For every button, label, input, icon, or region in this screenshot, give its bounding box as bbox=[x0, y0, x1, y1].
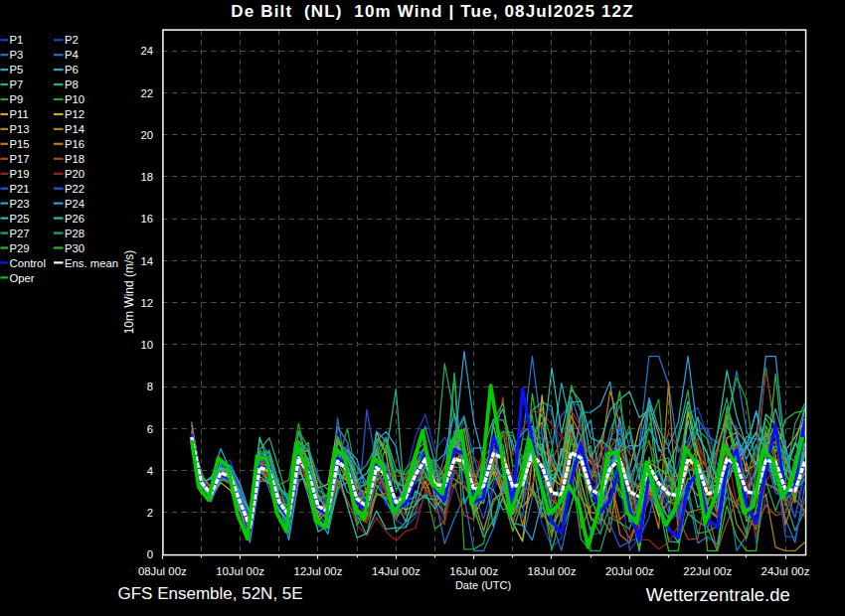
svg-text:P26: P26 bbox=[65, 213, 84, 225]
svg-text:22Jul 00z: 22Jul 00z bbox=[683, 565, 732, 577]
svg-text:Wetterzentrale.de: Wetterzentrale.de bbox=[646, 584, 790, 605]
svg-text:08Jul 00z: 08Jul 00z bbox=[138, 565, 187, 577]
svg-text:14: 14 bbox=[140, 255, 153, 267]
svg-text:22: 22 bbox=[140, 87, 153, 99]
svg-text:10m Wind (m/s): 10m Wind (m/s) bbox=[122, 250, 136, 335]
svg-text:10Jul 00z: 10Jul 00z bbox=[216, 565, 264, 577]
svg-text:4: 4 bbox=[147, 465, 153, 477]
svg-text:P13: P13 bbox=[10, 123, 30, 135]
svg-text:16: 16 bbox=[140, 213, 153, 225]
svg-text:P2: P2 bbox=[65, 34, 79, 46]
svg-text:P19: P19 bbox=[10, 168, 30, 180]
svg-text:P29: P29 bbox=[10, 242, 30, 254]
svg-text:2: 2 bbox=[147, 507, 153, 519]
svg-text:P28: P28 bbox=[65, 228, 84, 239]
svg-text:P4: P4 bbox=[65, 49, 79, 61]
svg-text:12: 12 bbox=[140, 297, 153, 309]
svg-text:P10: P10 bbox=[65, 93, 84, 105]
svg-text:P17: P17 bbox=[10, 153, 30, 165]
svg-text:P7: P7 bbox=[10, 78, 24, 90]
svg-text:P3: P3 bbox=[10, 49, 24, 61]
svg-text:P21: P21 bbox=[10, 183, 30, 195]
svg-text:GFS Ensemble, 52N, 5E: GFS Ensemble, 52N, 5E bbox=[118, 584, 303, 603]
svg-text:De Bilt (NL) 10m Wind | Tue,: De Bilt (NL) 10m Wind | Tue, 08Jul2025 1… bbox=[231, 2, 633, 21]
svg-text:P23: P23 bbox=[10, 198, 30, 210]
svg-text:P12: P12 bbox=[65, 108, 84, 120]
svg-text:P11: P11 bbox=[10, 108, 29, 120]
svg-text:Control: Control bbox=[10, 257, 46, 269]
svg-text:20Jul 00z: 20Jul 00z bbox=[605, 565, 654, 577]
svg-text:10: 10 bbox=[140, 339, 153, 351]
svg-text:P9: P9 bbox=[10, 93, 24, 105]
svg-text:P20: P20 bbox=[65, 168, 84, 180]
svg-text:P5: P5 bbox=[10, 64, 24, 76]
svg-text:8: 8 bbox=[147, 381, 153, 392]
svg-text:24: 24 bbox=[140, 45, 153, 57]
svg-text:16Jul 00z: 16Jul 00z bbox=[449, 565, 498, 577]
svg-text:14Jul 00z: 14Jul 00z bbox=[372, 565, 421, 577]
svg-text:20: 20 bbox=[140, 129, 153, 141]
svg-text:24Jul 00z: 24Jul 00z bbox=[761, 565, 810, 577]
svg-text:18: 18 bbox=[140, 171, 153, 183]
svg-text:6: 6 bbox=[147, 423, 153, 435]
svg-text:12Jul 00z: 12Jul 00z bbox=[294, 565, 343, 577]
svg-text:P24: P24 bbox=[65, 198, 84, 210]
svg-text:P14: P14 bbox=[65, 123, 84, 135]
svg-text:18Jul 00z: 18Jul 00z bbox=[528, 565, 577, 577]
svg-text:P25: P25 bbox=[10, 213, 30, 225]
svg-text:P8: P8 bbox=[65, 78, 79, 90]
svg-text:P1: P1 bbox=[10, 34, 24, 46]
svg-text:P6: P6 bbox=[65, 64, 79, 76]
svg-text:Ens. mean: Ens. mean bbox=[65, 257, 118, 269]
svg-text:Oper: Oper bbox=[10, 272, 35, 284]
svg-text:P15: P15 bbox=[10, 138, 30, 150]
svg-text:P18: P18 bbox=[65, 153, 84, 165]
svg-text:P27: P27 bbox=[10, 228, 30, 239]
svg-text:P16: P16 bbox=[65, 138, 84, 150]
svg-text:Date (UTC): Date (UTC) bbox=[455, 579, 511, 591]
svg-text:0: 0 bbox=[147, 548, 153, 560]
svg-text:P22: P22 bbox=[65, 183, 84, 195]
svg-text:P30: P30 bbox=[65, 242, 84, 254]
